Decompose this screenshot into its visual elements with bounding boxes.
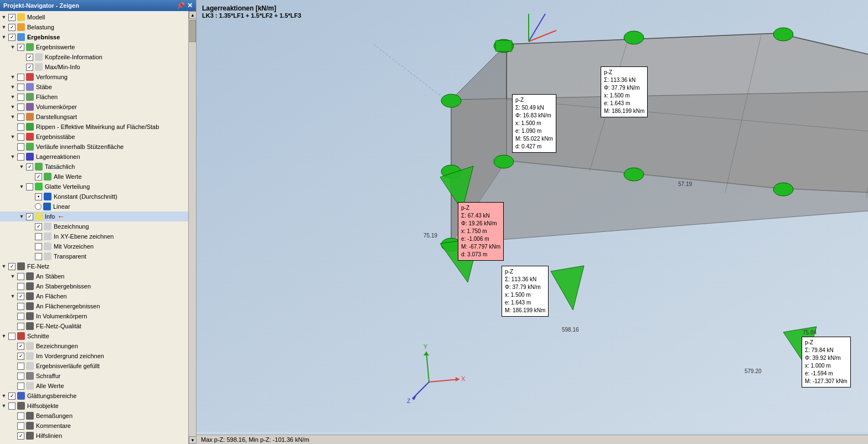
checkbox-an_flachenergebnissen[interactable] bbox=[17, 303, 24, 310]
expand-belastung[interactable] bbox=[0, 23, 8, 31]
checkbox-an_stabergebnissen[interactable] bbox=[17, 283, 24, 290]
tree-item-fe_qualitat[interactable]: FE-Netz-Qualität bbox=[0, 321, 188, 331]
tree-item-info[interactable]: Info ← bbox=[0, 211, 188, 221]
expand-ergebnisstabe[interactable] bbox=[9, 133, 17, 141]
tree-item-volumenkoerper[interactable]: Volumenkörper bbox=[0, 102, 188, 112]
checkbox-lagerreaktionen[interactable] bbox=[17, 153, 24, 161]
panel-scrollbar[interactable]: ▲ ▼ bbox=[188, 11, 196, 444]
checkbox-bezeichnungen[interactable] bbox=[17, 343, 24, 350]
checkbox-hilfslinien[interactable] bbox=[17, 432, 24, 440]
expand-lagerreaktionen[interactable] bbox=[9, 153, 17, 161]
expand-darstellungsart[interactable] bbox=[9, 113, 17, 121]
tree-item-darstellungsart[interactable]: Darstellungsart bbox=[0, 112, 188, 122]
tree-item-xy_ebene[interactable]: In XY-Ebene zeichnen bbox=[0, 231, 188, 241]
tree-item-ergebnisse[interactable]: Ergebnisse bbox=[0, 32, 188, 42]
tree-item-schnitte[interactable]: Schnitte bbox=[0, 331, 188, 341]
tree-item-an_flachenergebnissen[interactable]: An Flächenergebnissen bbox=[0, 301, 188, 311]
checkbox-an_flachen[interactable] bbox=[17, 293, 24, 300]
tree-item-lagerreaktionen[interactable]: Lagerreaktionen bbox=[0, 152, 188, 162]
tree-item-kommentare[interactable]: Kommentare bbox=[0, 421, 188, 431]
tree-item-glattungsbereiche[interactable]: Glättungsbereiche bbox=[0, 391, 188, 401]
checkbox-verlaufe[interactable] bbox=[17, 143, 24, 151]
tree-item-an_stabergebnissen[interactable]: An Stabergebnissen bbox=[0, 281, 188, 291]
checkbox-fe_netz[interactable] bbox=[8, 263, 16, 270]
tree-item-alle_werte2[interactable]: Alle Werte bbox=[0, 381, 188, 391]
tree-item-belastung[interactable]: Belastung bbox=[0, 22, 188, 32]
tree-item-staebe[interactable]: Stäbe bbox=[0, 82, 188, 92]
tree-item-an_staben[interactable]: An Stäben bbox=[0, 271, 188, 281]
tree-item-flaechen[interactable]: Flächen bbox=[0, 92, 188, 102]
expand-tatsachlich[interactable] bbox=[18, 163, 25, 171]
tree-item-maxmin[interactable]: Max/Min-Info bbox=[0, 62, 188, 72]
checkbox-bemassungen[interactable] bbox=[17, 412, 24, 420]
tree-item-alle_werte[interactable]: Alle Werte bbox=[0, 172, 188, 182]
tree-item-linear[interactable]: Linear bbox=[0, 202, 188, 211]
checkbox-bezeichnung[interactable] bbox=[35, 223, 42, 230]
tree-item-rippen[interactable]: Rippen - Effektive Mitwirkung auf Fläche… bbox=[0, 122, 188, 132]
checkbox-ergebnisstabe[interactable] bbox=[17, 133, 24, 141]
expand-glattungsbereiche[interactable] bbox=[0, 392, 8, 400]
expand-hilfsobjekte[interactable] bbox=[0, 402, 8, 410]
checkbox-staebe[interactable] bbox=[17, 84, 24, 91]
checkbox-ergebnisverlaufe[interactable] bbox=[17, 363, 24, 370]
tree-item-bezeichnung[interactable]: Bezeichnung bbox=[0, 221, 188, 231]
checkbox-info[interactable] bbox=[26, 213, 33, 220]
tree-item-mit_vorzeichen[interactable]: Mit Vorzeichen bbox=[0, 241, 188, 251]
tree-item-in_volumenkorpern[interactable]: In Volumenkörpern bbox=[0, 311, 188, 321]
checkbox-schraffur[interactable] bbox=[17, 373, 24, 380]
checkbox-hilfsobjekte[interactable] bbox=[8, 402, 16, 410]
checkbox-modell[interactable] bbox=[8, 14, 16, 21]
tree-item-fe_netz[interactable]: FE-Netz bbox=[0, 261, 188, 271]
pin-icon[interactable]: 📌 bbox=[177, 2, 185, 9]
checkbox-in_volumenkorpern[interactable] bbox=[17, 313, 24, 320]
expand-an_staben[interactable] bbox=[9, 272, 17, 280]
checkbox-schnitte[interactable] bbox=[8, 333, 16, 340]
expand-an_flachen[interactable] bbox=[9, 292, 17, 300]
expand-modell[interactable] bbox=[0, 13, 8, 21]
close-icon[interactable]: ✕ bbox=[187, 2, 193, 9]
checkbox-kommentare[interactable] bbox=[17, 422, 24, 430]
expand-volumenkoerper[interactable] bbox=[9, 103, 17, 111]
tree-item-tatsachlich[interactable]: Tatsächlich bbox=[0, 162, 188, 172]
tree-item-ergebniswerte[interactable]: Ergebniswerte bbox=[0, 42, 188, 52]
checkbox-transparent[interactable] bbox=[35, 253, 42, 260]
tree-item-hilfsobjekte[interactable]: Hilfsobjekte bbox=[0, 401, 188, 411]
tree-item-verformung[interactable]: Verformung bbox=[0, 72, 188, 82]
checkbox-volumenkoerper[interactable] bbox=[17, 104, 24, 111]
tree-item-kopfzeile[interactable]: Kopfzeile-Information bbox=[0, 52, 188, 62]
tree-item-schraffur[interactable]: Schraffur bbox=[0, 371, 188, 381]
checkbox-darstellungsart[interactable] bbox=[17, 113, 24, 121]
checkbox-glatte_verteilung[interactable] bbox=[26, 183, 33, 190]
checkbox-an_staben[interactable] bbox=[17, 273, 24, 280]
expand-ergebnisse[interactable] bbox=[0, 33, 8, 41]
scroll-thumb[interactable] bbox=[189, 20, 196, 42]
tree-item-ergebnisverlaufe[interactable]: Ergebnisverläufe gefüllt bbox=[0, 361, 188, 371]
checkbox-tatsachlich[interactable] bbox=[26, 163, 33, 171]
checkbox-mit_vorzeichen[interactable] bbox=[35, 243, 42, 250]
checkbox-ergebnisse[interactable] bbox=[8, 34, 16, 41]
checkbox-im_vordergrund[interactable] bbox=[17, 353, 24, 360]
expand-fe_netz[interactable] bbox=[0, 262, 8, 270]
tree-item-modell[interactable]: Modell bbox=[0, 12, 188, 22]
expand-flaechen[interactable] bbox=[9, 93, 17, 101]
tree-item-hilfslinien[interactable]: Hilfslinien bbox=[0, 431, 188, 441]
tree-item-glatte_verteilung[interactable]: Glatte Verteilung bbox=[0, 182, 188, 192]
expand-schnitte[interactable] bbox=[0, 332, 8, 340]
checkbox-kopfzeile[interactable] bbox=[26, 54, 33, 61]
checkbox-alle_werte2[interactable] bbox=[17, 383, 24, 390]
expand-info[interactable] bbox=[18, 213, 25, 220]
checkbox-rippen[interactable] bbox=[17, 123, 24, 131]
tree-item-transparent[interactable]: Transparent bbox=[0, 251, 188, 261]
tree-item-an_flachen[interactable]: An Flächen bbox=[0, 291, 188, 301]
expand-ergebniswerte[interactable] bbox=[9, 43, 17, 51]
tree-item-bemassungen[interactable]: Bemaßungen bbox=[0, 411, 188, 421]
expand-glatte_verteilung[interactable] bbox=[18, 183, 25, 190]
radio-linear[interactable] bbox=[35, 203, 42, 210]
checkbox-flaechen[interactable] bbox=[17, 94, 24, 101]
expand-staebe[interactable] bbox=[9, 83, 17, 91]
checkbox-glattungsbereiche[interactable] bbox=[8, 393, 16, 400]
checkbox-xy_ebene[interactable] bbox=[35, 233, 42, 240]
expand-verformung[interactable] bbox=[9, 73, 17, 81]
checkbox-konstant[interactable] bbox=[35, 193, 42, 200]
tree-item-konstant[interactable]: Konstant (Durchschnitt) bbox=[0, 192, 188, 202]
